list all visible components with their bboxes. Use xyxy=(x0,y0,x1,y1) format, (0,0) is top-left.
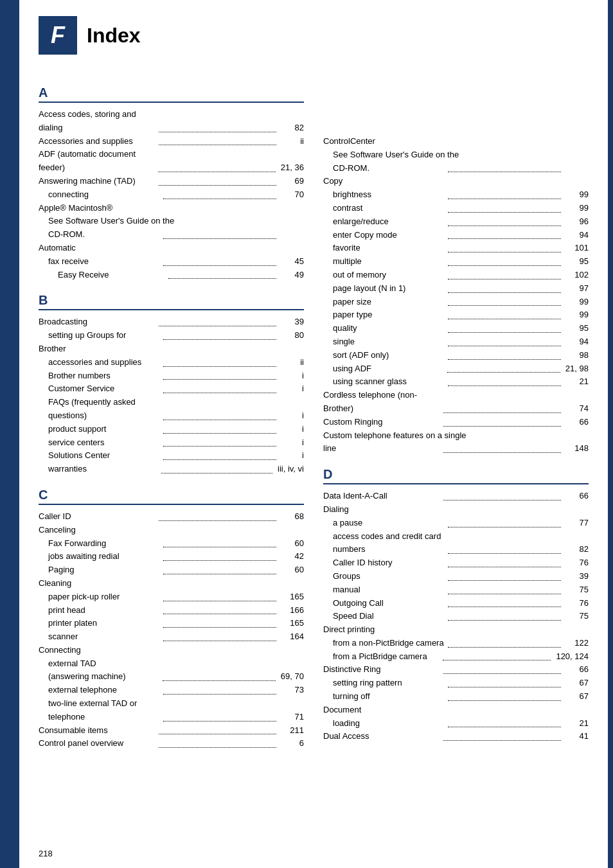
list-item: Distinctive Ring 66 xyxy=(323,663,589,677)
list-item: turning off 67 xyxy=(323,690,589,704)
list-item: quality 95 xyxy=(323,322,589,335)
list-item: Solutions Center i xyxy=(39,449,304,463)
section-a-entries: Access codes, storing and dialing 82 Acc… xyxy=(39,108,304,281)
list-item: Dialing xyxy=(323,503,589,517)
index-content: A Access codes, storing and dialing 82 A… xyxy=(39,74,589,750)
list-item: Groups 39 xyxy=(323,570,589,583)
list-item: out of memory 102 xyxy=(323,269,589,282)
list-item: Outgoing Call 76 xyxy=(323,597,589,610)
list-item: CD-ROM. xyxy=(323,162,589,175)
list-item: (answering machine) 69, 70 xyxy=(39,670,304,684)
list-item: Brother numbers i xyxy=(39,369,304,383)
list-item: product support i xyxy=(39,423,304,436)
list-item: Direct printing xyxy=(323,623,589,637)
list-item: from a PictBridge camera 120, 124 xyxy=(323,650,589,664)
list-item: Answering machine (TAD) 69 xyxy=(39,175,304,188)
right-accent xyxy=(608,0,613,868)
section-b-header: B xyxy=(39,293,304,310)
list-item: scanner 164 xyxy=(39,630,304,644)
list-item: Cleaning xyxy=(39,577,304,590)
list-item: setting ring pattern 67 xyxy=(323,677,589,690)
list-item: page layout (N in 1) 97 xyxy=(323,282,589,296)
page-header: F Index xyxy=(39,16,589,55)
list-item: Accessories and supplies ii xyxy=(39,135,304,148)
list-item: ADF (automatic document feeder) 21, 36 xyxy=(39,148,304,175)
list-item: Cordless telephone (non-Brother) 74 xyxy=(323,389,589,416)
list-item: service centers i xyxy=(39,436,304,450)
section-d-entries: Data Ident-A-Call 66 Dialing a pause 77 … xyxy=(323,490,589,743)
list-item: Access codes, storing and dialing 82 xyxy=(39,108,304,135)
sidebar-accent xyxy=(0,0,19,868)
list-item: from a non-PictBridge camera 122 xyxy=(323,637,589,650)
section-b-entries: Broadcasting 39 setting up Groups for 80… xyxy=(39,315,304,476)
list-item: Custom telephone features on a single xyxy=(323,429,589,443)
list-item: loading 21 xyxy=(323,717,589,731)
list-item: Caller ID history 76 xyxy=(323,556,589,570)
list-item: enter Copy mode 94 xyxy=(323,229,589,242)
section-c-header: C xyxy=(39,488,304,505)
list-item: warranties iii, iv, vi xyxy=(39,463,304,476)
index-letter: F xyxy=(51,22,65,49)
list-item: Document xyxy=(323,704,589,717)
list-item: Copy xyxy=(323,175,589,188)
list-item: favorite 101 xyxy=(323,242,589,255)
list-item: external telephone 73 xyxy=(39,684,304,697)
list-item: Caller ID 68 xyxy=(39,510,304,524)
list-item: paper size 99 xyxy=(323,296,589,309)
list-item: Paging 60 xyxy=(39,563,304,577)
list-item: paper pick-up roller 165 xyxy=(39,590,304,604)
list-item: Easy Receive 49 xyxy=(39,269,304,282)
page-content: F Index A Access codes, storing and dial… xyxy=(19,0,608,868)
list-item: multiple 95 xyxy=(323,255,589,269)
list-item: manual 75 xyxy=(323,583,589,597)
list-item: two-line external TAD or telephone 71 xyxy=(39,697,304,724)
list-item: Dual Access 41 xyxy=(323,730,589,743)
list-item: brightness 99 xyxy=(323,188,589,202)
list-item: single 94 xyxy=(323,335,589,349)
section-a-header: A xyxy=(39,85,304,103)
list-item: Connecting xyxy=(39,644,304,657)
section-c-entries: Caller ID 68 Canceling Fax Forwarding 60… xyxy=(39,510,304,750)
list-item: accessories and supplies ii xyxy=(39,356,304,369)
list-item: Brother xyxy=(39,342,304,356)
list-item: Control panel overview 6 xyxy=(39,737,304,750)
list-item: a pause 77 xyxy=(323,517,589,530)
list-item: Apple® Macintosh® xyxy=(39,202,304,215)
list-item: enlarge/reduce 96 xyxy=(323,215,589,229)
section-d-header: D xyxy=(323,467,589,484)
list-item: FAQs (frequently asked questions) i xyxy=(39,396,304,423)
list-item: contrast 99 xyxy=(323,202,589,215)
list-item: CD-ROM. xyxy=(39,228,304,242)
list-item: printer platen 165 xyxy=(39,617,304,630)
list-item: paper type 99 xyxy=(323,308,589,322)
list-item: using scanner glass 21 xyxy=(323,375,589,389)
list-item: See Software User's Guide on the xyxy=(39,215,304,228)
list-item: Customer Service i xyxy=(39,382,304,396)
list-item: Automatic xyxy=(39,242,304,255)
list-item: jobs awaiting redial 42 xyxy=(39,550,304,563)
list-item: Broadcasting 39 xyxy=(39,315,304,329)
list-item: print head 166 xyxy=(39,604,304,617)
letter-box: F xyxy=(39,16,77,55)
list-item: ControlCenter xyxy=(323,135,589,148)
list-item: access codes and credit card xyxy=(323,530,589,544)
left-column: A Access codes, storing and dialing 82 A… xyxy=(39,74,304,750)
pre-d-entries: ControlCenter See Software User's Guide … xyxy=(323,135,589,456)
list-item: Consumable items 211 xyxy=(39,724,304,738)
page-title: Index xyxy=(87,24,141,48)
list-item: fax receive 45 xyxy=(39,255,304,269)
list-item: Speed Dial 75 xyxy=(323,610,589,623)
list-item: setting up Groups for 80 xyxy=(39,329,304,342)
list-item: using ADF 21, 98 xyxy=(323,362,589,376)
list-item: Data Ident-A-Call 66 xyxy=(323,490,589,503)
list-item: Custom Ringing 66 xyxy=(323,416,589,429)
list-item: See Software User's Guide on the xyxy=(323,148,589,162)
list-item: Canceling xyxy=(39,524,304,537)
list-item: sort (ADF only) 98 xyxy=(323,349,589,362)
list-item: numbers 82 xyxy=(323,543,589,556)
list-item: Fax Forwarding 60 xyxy=(39,537,304,551)
right-column: ControlCenter See Software User's Guide … xyxy=(323,74,589,750)
list-item: connecting 70 xyxy=(39,188,304,202)
list-item: line 148 xyxy=(323,442,589,456)
page-number: 218 xyxy=(39,849,53,858)
